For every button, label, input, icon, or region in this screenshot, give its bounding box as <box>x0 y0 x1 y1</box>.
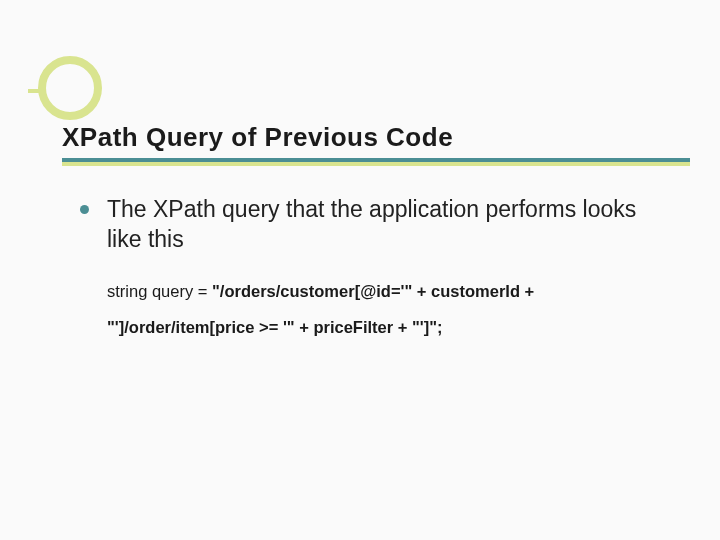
bullet-item: The XPath query that the application per… <box>80 195 660 255</box>
slide-body: The XPath query that the application per… <box>80 195 660 345</box>
bullet-text: The XPath query that the application per… <box>107 195 660 255</box>
code-line-2-bold: "']/order/item[price >= '" + priceFilter… <box>107 318 443 336</box>
title-underline <box>62 158 690 166</box>
decorative-circle-icon <box>38 56 102 120</box>
slide: XPath Query of Previous Code The XPath q… <box>0 0 720 540</box>
bullet-dot-icon <box>80 205 89 214</box>
code-line-2: "']/order/item[price >= '" + priceFilter… <box>107 309 660 345</box>
code-line-1-bold: "/orders/customer[@id='" + customerId + <box>212 282 534 300</box>
underline-olive <box>62 162 690 166</box>
code-line-1: string query = "/orders/customer[@id='" … <box>107 273 660 309</box>
slide-title: XPath Query of Previous Code <box>62 122 680 153</box>
code-line-1-plain: string query = <box>107 282 212 300</box>
code-block: string query = "/orders/customer[@id='" … <box>107 273 660 346</box>
